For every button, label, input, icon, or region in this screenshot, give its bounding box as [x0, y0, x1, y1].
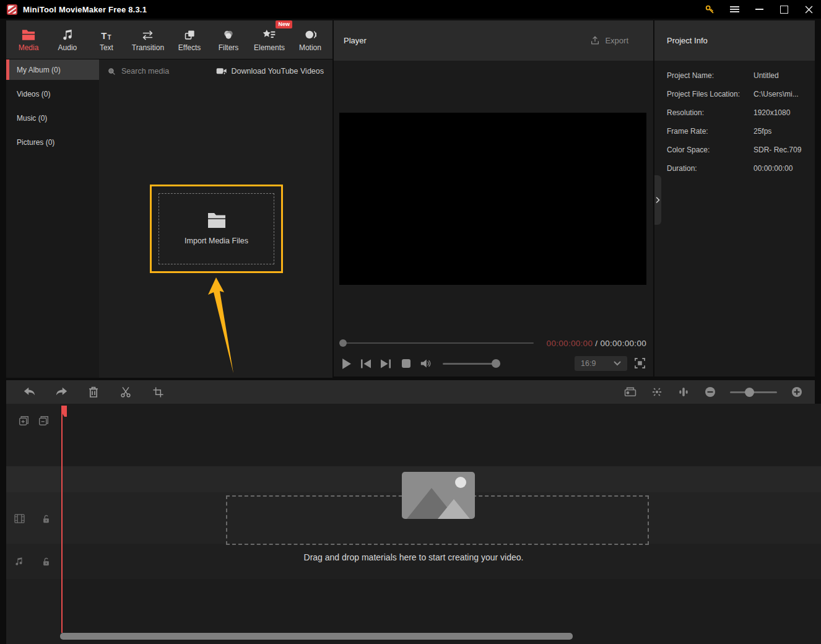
player-panel: Player Export 00:00:00:00 / 00:00:00:00	[334, 20, 653, 376]
timeline-body[interactable]: Drag and drop materials here to start cr…	[6, 404, 821, 644]
effects-layers-icon	[184, 27, 196, 41]
chevron-right-icon	[656, 197, 660, 203]
project-info-title: Project Info	[667, 36, 708, 45]
frame-rate-row: Frame Rate: 25fps	[654, 127, 815, 138]
timeline-zoom-handle[interactable]	[745, 388, 754, 397]
video-track-lock-icon[interactable]	[42, 515, 50, 523]
minimize-button[interactable]	[747, 0, 771, 19]
import-folder-icon	[207, 212, 227, 228]
active-indicator	[6, 59, 9, 80]
crop-button[interactable]	[151, 385, 165, 399]
play-button[interactable]	[337, 355, 355, 372]
album-sidebar: My Album (0) Videos (0) Music (0) Pictur…	[6, 59, 99, 378]
seek-row: 00:00:00:00 / 00:00:00:00	[334, 339, 653, 347]
duration-row: Duration: 00:00:00:00	[654, 164, 815, 175]
volume-icon[interactable]	[417, 355, 435, 372]
menu-icon[interactable]	[722, 0, 747, 19]
download-youtube-button[interactable]: Download YouTube Videos	[216, 67, 324, 76]
fit-timeline-icon[interactable]	[650, 385, 664, 399]
zoom-out-button[interactable]	[703, 385, 717, 399]
export-icon	[590, 35, 600, 46]
filters-circles-icon	[222, 27, 235, 41]
text-icon: TT	[101, 27, 111, 41]
aspect-ratio-value: 16:9	[581, 359, 596, 368]
seek-handle[interactable]	[339, 339, 347, 347]
sidebar-item-my-album[interactable]: My Album (0)	[6, 59, 99, 80]
project-files-location-row: Project Files Location: C:\Users\mi...	[654, 90, 815, 101]
sidebar-item-music[interactable]: Music (0)	[6, 108, 99, 128]
delete-button[interactable]	[87, 385, 100, 399]
close-button[interactable]	[796, 0, 821, 19]
total-time: 00:00:00:00	[600, 339, 646, 348]
current-time: 00:00:00:00	[547, 339, 593, 348]
previous-frame-button[interactable]	[357, 355, 375, 372]
split-button[interactable]	[119, 385, 132, 399]
search-media-box[interactable]	[108, 66, 191, 76]
remove-track-button[interactable]	[38, 416, 49, 426]
attach-clip-icon[interactable]	[623, 385, 637, 399]
video-preview[interactable]	[339, 113, 646, 285]
import-media-files-button[interactable]: Import Media Files	[159, 193, 274, 264]
time-separator: /	[593, 339, 600, 348]
seek-bar[interactable]	[340, 342, 534, 344]
motion-circle-icon	[304, 27, 316, 41]
audio-note-icon	[61, 27, 74, 41]
window-title: MiniTool MovieMaker Free 8.3.1	[23, 5, 147, 14]
panel-collapse-handle[interactable]	[654, 175, 661, 225]
tab-motion[interactable]: Motion	[297, 27, 324, 52]
title-bar: MiniTool MovieMaker Free 8.3.1	[0, 0, 821, 19]
timeline-section: Drag and drop materials here to start cr…	[0, 404, 821, 644]
zoom-in-button[interactable]	[790, 385, 804, 399]
project-name-row: Project Name: Untitled	[654, 71, 815, 82]
video-track-icon	[14, 514, 25, 523]
track-level-icon[interactable]	[677, 385, 690, 399]
media-folder-icon	[22, 27, 35, 41]
import-highlight-box: Import Media Files	[150, 185, 283, 273]
timeline-zoom-slider[interactable]	[730, 391, 777, 393]
app-window: MiniTool MovieMaker Free 8.3.1 Media	[0, 0, 821, 644]
next-frame-button[interactable]	[377, 355, 394, 372]
new-badge: New	[276, 20, 292, 28]
track-header-column	[6, 404, 60, 644]
media-header: Download YouTube Videos	[99, 59, 332, 83]
tab-text[interactable]: TT Text	[93, 27, 120, 52]
resolution-row: Resolution: 1920x1080	[654, 108, 815, 120]
tab-media[interactable]: Media	[15, 27, 42, 52]
volume-handle[interactable]	[492, 359, 500, 368]
project-info-header: Project Info	[654, 20, 815, 61]
maximize-button[interactable]	[771, 0, 796, 19]
tab-effects[interactable]: Effects	[176, 27, 203, 52]
search-media-input[interactable]	[120, 66, 191, 76]
image-placeholder-icon	[402, 472, 475, 519]
search-icon	[108, 67, 116, 76]
export-button[interactable]: Export	[590, 35, 628, 46]
playhead-line[interactable]	[61, 406, 63, 633]
fullscreen-icon[interactable]	[635, 358, 645, 368]
time-display: 00:00:00:00 / 00:00:00:00	[547, 339, 646, 348]
add-track-button[interactable]	[19, 416, 29, 426]
ribbon-tabbar: Media Audio TT Text Transition Effects	[6, 20, 332, 59]
tab-elements[interactable]: New Elements	[254, 27, 285, 52]
player-header: Player Export	[334, 20, 653, 61]
tab-filters[interactable]: Filters	[215, 27, 242, 52]
color-space-row: Color Space: SDR- Rec.709	[654, 146, 815, 157]
sidebar-item-pictures[interactable]: Pictures (0)	[6, 132, 99, 152]
app-logo-icon	[7, 4, 17, 15]
edit-toolbar	[6, 380, 815, 404]
license-key-icon[interactable]	[697, 0, 722, 19]
elements-star-icon	[263, 27, 276, 41]
player-title: Player	[344, 36, 367, 45]
horizontal-scrollbar[interactable]	[60, 633, 573, 640]
stop-button[interactable]	[397, 355, 415, 372]
undo-button[interactable]	[22, 385, 36, 399]
aspect-ratio-dropdown[interactable]: 16:9	[575, 356, 627, 371]
sidebar-item-videos[interactable]: Videos (0)	[6, 84, 99, 104]
redo-button[interactable]	[54, 385, 68, 399]
chevron-down-icon	[614, 361, 621, 366]
tab-audio[interactable]: Audio	[54, 27, 81, 52]
tab-transition[interactable]: Transition	[132, 27, 164, 52]
project-info-panel: Project Info Project Name: Untitled Proj…	[654, 20, 815, 376]
drop-hint-text: Drag and drop materials here to start cr…	[6, 552, 821, 562]
playback-controls: 16:9	[334, 355, 653, 372]
youtube-download-icon	[216, 67, 227, 76]
